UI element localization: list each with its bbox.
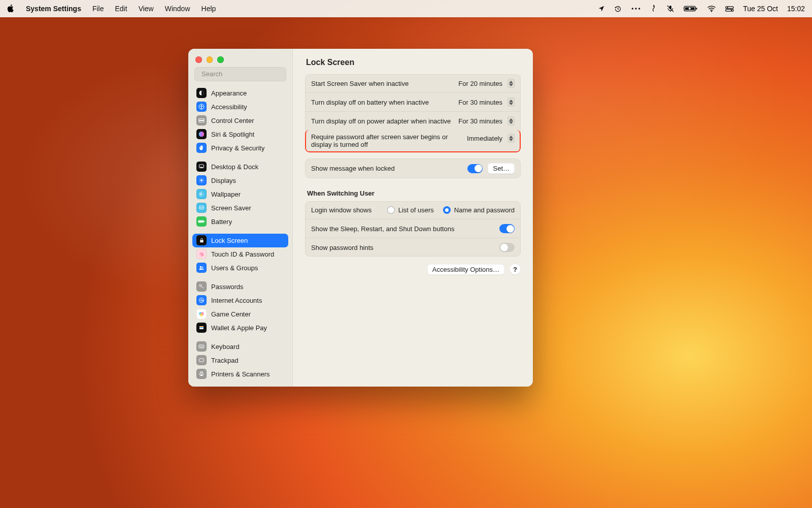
sidebar-item-lock-screen[interactable]: Lock Screen <box>192 234 288 247</box>
sidebar-item-label: Touch ID & Password <box>211 250 274 258</box>
popup-require-password[interactable]: Immediately <box>467 134 515 143</box>
menu-view[interactable]: View <box>139 5 154 13</box>
battery-icon[interactable] <box>684 5 698 12</box>
mic-muted-icon[interactable] <box>666 5 674 13</box>
sidebar-item-game-center[interactable]: Game Center <box>192 307 288 321</box>
row-label: Turn display off on power adapter when i… <box>311 117 451 125</box>
svg-point-38 <box>202 267 204 268</box>
sidebar-item-internet-accounts[interactable]: Internet Accounts <box>192 294 288 307</box>
help-button[interactable]: ? <box>510 264 521 275</box>
app-name[interactable]: System Settings <box>26 5 81 13</box>
timemachine-icon[interactable] <box>614 5 622 13</box>
desktop-dock-icon <box>196 162 207 172</box>
sidebar-item-touch-id[interactable]: Touch ID & Password <box>192 247 288 261</box>
privacy-security-icon <box>196 143 207 153</box>
sidebar-item-siri-spotlight[interactable]: Siri & Spotlight <box>192 128 288 141</box>
svg-point-20 <box>199 132 205 137</box>
section-title-switching-user: When Switching User <box>307 189 521 197</box>
popup-display-off-power[interactable]: For 30 minutes <box>458 116 515 125</box>
apple-menu-icon[interactable] <box>7 4 15 14</box>
menubar-time[interactable]: 15:02 <box>787 5 805 13</box>
popup-display-off-battery[interactable]: For 30 minutes <box>458 98 515 107</box>
control-center-icon <box>196 115 207 125</box>
svg-point-40 <box>199 298 204 303</box>
sidebar-item-trackpad[interactable]: Trackpad <box>192 354 288 367</box>
svg-point-39 <box>199 284 201 287</box>
menubar-date[interactable]: Tue 25 Oct <box>743 5 778 13</box>
sidebar-item-label: Users & Groups <box>211 264 258 272</box>
sidebar-item-label: Privacy & Security <box>211 144 264 152</box>
zoom-window-button[interactable] <box>217 56 224 63</box>
control-center-icon[interactable] <box>725 6 734 12</box>
sidebar-item-label: Siri & Spotlight <box>211 131 254 138</box>
radio-list-of-users[interactable]: List of users <box>387 206 434 214</box>
radio-label: List of users <box>398 206 434 214</box>
sidebar-item-wallet[interactable]: Wallet & Apple Pay <box>192 321 288 335</box>
menu-edit[interactable]: Edit <box>115 5 127 13</box>
sidebar-item-screen-saver[interactable]: Screen Saver <box>192 201 288 215</box>
popup-screensaver-inactive[interactable]: For 20 minutes <box>458 79 515 88</box>
toggle-show-message[interactable] <box>467 164 483 173</box>
svg-rect-19 <box>199 121 205 122</box>
sidebar-item-wallpaper[interactable]: Wallpaper <box>192 187 288 201</box>
row-show-sleep-buttons: Show the Sleep, Restart, and Shut Down b… <box>305 219 521 238</box>
row-show-password-hints: Show password hints <box>305 238 521 257</box>
radio-label: Name and password <box>454 206 515 214</box>
svg-point-12 <box>731 9 732 10</box>
search-input[interactable] <box>201 70 287 78</box>
close-window-button[interactable] <box>195 56 202 63</box>
menu-window[interactable]: Window <box>165 5 190 13</box>
svg-point-3 <box>653 6 654 7</box>
sidebar-item-displays[interactable]: Displays <box>192 174 288 187</box>
wallpaper-icon <box>196 189 207 199</box>
sidebar-item-printers[interactable]: Printers & Scanners <box>192 367 288 381</box>
sidebar-item-passwords[interactable]: Passwords <box>192 280 288 294</box>
sidebar-item-accessibility[interactable]: Accessibility <box>192 100 288 114</box>
set-lock-message-button[interactable]: Set… <box>488 163 515 174</box>
battery-icon <box>196 216 207 227</box>
svg-point-8 <box>711 11 712 12</box>
svg-rect-53 <box>200 347 203 347</box>
svg-rect-57 <box>200 374 202 376</box>
appearance-icon <box>196 88 207 98</box>
svg-rect-49 <box>200 346 200 346</box>
search-field[interactable] <box>194 67 286 81</box>
screen-saver-icon <box>196 203 207 213</box>
sidebar-item-label: Battery <box>211 218 232 226</box>
sidebar-item-label: Printers & Scanners <box>211 370 270 378</box>
svg-rect-51 <box>202 346 202 346</box>
popup-value: For 30 minutes <box>458 99 502 106</box>
row-display-off-power: Turn display off on power adapter when i… <box>305 111 521 130</box>
minimize-window-button[interactable] <box>207 56 213 63</box>
wifi-icon[interactable] <box>707 5 716 12</box>
sidebar-item-desktop-dock[interactable]: Desktop & Dock <box>192 160 288 174</box>
toggle-show-password-hints[interactable] <box>499 243 515 252</box>
game-center-icon <box>196 309 207 319</box>
sidebar-item-keyboard[interactable]: Keyboard <box>192 340 288 354</box>
trackpad-icon <box>196 355 207 365</box>
sidebar-item-users-groups[interactable]: Users & Groups <box>192 261 288 275</box>
sidebar-item-appearance[interactable]: Appearance <box>192 86 288 100</box>
row-label: Show message when locked <box>311 165 395 172</box>
siri-spotlight-icon <box>196 129 207 139</box>
lock-message-card: Show message when locked Set… <box>305 158 521 178</box>
more-icon[interactable] <box>631 5 641 12</box>
sidebar-item-privacy-security[interactable]: Privacy & Security <box>192 141 288 155</box>
sidebar-item-label: Internet Accounts <box>211 297 262 304</box>
menu-file[interactable]: File <box>92 5 104 13</box>
page-title: Lock Screen <box>305 57 521 74</box>
menu-help[interactable]: Help <box>201 5 216 13</box>
svg-rect-54 <box>199 359 204 362</box>
popup-value: Immediately <box>467 135 502 142</box>
sidebar-item-control-center[interactable]: Control Center <box>192 114 288 128</box>
svg-point-37 <box>200 266 202 268</box>
radio-name-password[interactable]: Name and password <box>443 206 515 214</box>
toggle-show-sleep-buttons[interactable] <box>499 224 515 233</box>
sidebar-item-battery[interactable]: Battery <box>192 215 288 229</box>
switching-user-card: Login window shows List of users Name an… <box>305 201 521 257</box>
location-icon[interactable] <box>598 5 605 12</box>
svg-line-31 <box>200 182 200 182</box>
accessibility-options-button[interactable]: Accessibility Options… <box>427 264 504 275</box>
app-menu-icon[interactable] <box>650 5 657 13</box>
sidebar-item-label: Keyboard <box>211 343 240 351</box>
